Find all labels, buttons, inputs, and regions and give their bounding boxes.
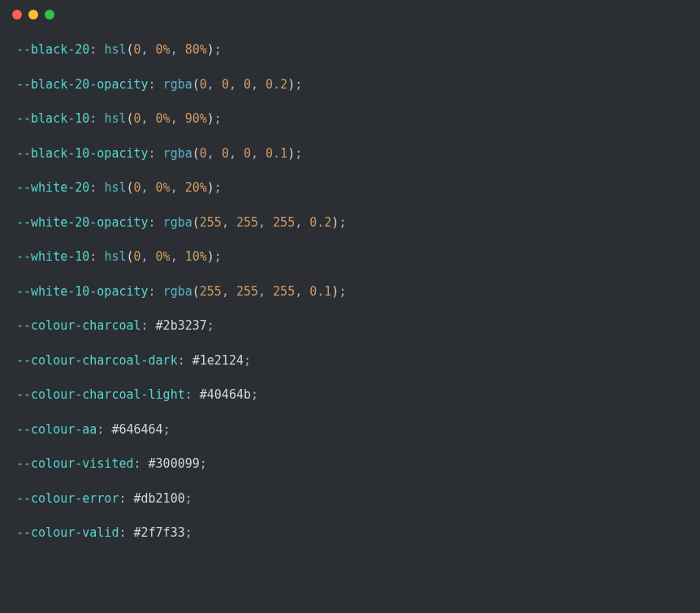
code-editor[interactable]: --black-20: hsl(0, 0%, 80%);--black-20-o… [0, 29, 700, 575]
code-line: --black-10-opacity: rgba(0, 0, 0, 0.1); [16, 145, 684, 163]
paren-close: ) [207, 111, 214, 126]
semicolon: ; [214, 111, 222, 126]
code-line: --colour-valid: #2f7f33; [16, 524, 684, 542]
css-property: --black-20-opacity [16, 77, 149, 92]
code-line: --colour-charcoal-light: #40464b; [16, 386, 684, 404]
css-args: 0, 0%, 20% [134, 180, 207, 195]
colon: : [149, 215, 163, 230]
css-function: hsl [104, 249, 126, 264]
paren-open: ( [126, 111, 133, 126]
semicolon: ; [185, 491, 192, 506]
minimize-icon[interactable] [28, 10, 38, 19]
colon: : [119, 525, 133, 540]
colon: : [89, 42, 104, 57]
paren-close: ) [207, 42, 214, 57]
semicolon: ; [214, 180, 222, 195]
code-line: --white-10-opacity: rgba(255, 255, 255, … [16, 283, 684, 301]
semicolon: ; [339, 284, 346, 299]
semicolon: ; [185, 525, 192, 540]
paren-close: ) [207, 180, 214, 195]
colon: : [141, 318, 156, 333]
colon: : [89, 111, 104, 126]
semicolon: ; [339, 215, 346, 230]
semicolon: ; [251, 387, 258, 402]
colon: : [134, 456, 149, 471]
css-hex-value: #1e2124 [192, 353, 244, 368]
semicolon: ; [214, 42, 222, 57]
css-function: hsl [104, 42, 126, 57]
paren-close: ) [287, 77, 295, 92]
css-hex-value: #646464 [111, 422, 162, 437]
css-function: rgba [163, 146, 192, 161]
css-function: hsl [104, 111, 126, 126]
css-property: --colour-charcoal-light [16, 387, 185, 402]
colon: : [89, 249, 104, 264]
close-icon[interactable] [12, 10, 22, 19]
semicolon: ; [295, 77, 302, 92]
css-args: 255, 255, 255, 0.2 [200, 215, 332, 230]
css-args: 255, 255, 255, 0.1 [200, 284, 332, 299]
colon: : [185, 387, 200, 402]
code-line: --white-10: hsl(0, 0%, 10%); [16, 248, 684, 266]
titlebar [0, 0, 700, 29]
css-args: 0, 0, 0, 0.2 [200, 77, 287, 92]
semicolon: ; [163, 422, 171, 437]
css-hex-value: #2f7f33 [134, 525, 185, 540]
paren-open: ( [126, 180, 133, 195]
code-line: --white-20-opacity: rgba(255, 255, 255, … [16, 214, 684, 232]
colon: : [178, 353, 192, 368]
css-property: --colour-visited [16, 456, 134, 471]
css-property: --colour-charcoal [16, 318, 141, 333]
paren-close: ) [287, 146, 295, 161]
css-function: hsl [104, 180, 126, 195]
css-property: --black-10-opacity [16, 146, 149, 161]
css-hex-value: #db2100 [134, 491, 185, 506]
semicolon: ; [200, 456, 207, 471]
paren-close: ) [207, 249, 214, 264]
semicolon: ; [244, 353, 251, 368]
colon: : [97, 422, 111, 437]
css-property: --black-10 [16, 111, 89, 126]
zoom-icon[interactable] [45, 10, 54, 19]
code-line: --black-10: hsl(0, 0%, 90%); [16, 110, 684, 128]
paren-open: ( [192, 77, 200, 92]
code-line: --colour-error: #db2100; [16, 490, 684, 508]
paren-open: ( [126, 42, 133, 57]
semicolon: ; [207, 318, 214, 333]
code-line: --colour-aa: #646464; [16, 421, 684, 439]
paren-open: ( [192, 284, 200, 299]
css-property: --white-10 [16, 249, 89, 264]
code-line: --colour-charcoal: #2b3237; [16, 317, 684, 335]
css-property: --white-20 [16, 180, 89, 195]
colon: : [149, 146, 163, 161]
css-args: 0, 0%, 90% [134, 111, 207, 126]
paren-open: ( [192, 146, 200, 161]
css-property: --white-20-opacity [16, 215, 149, 230]
css-args: 0, 0%, 10% [134, 249, 207, 264]
css-function: rgba [163, 215, 192, 230]
colon: : [149, 284, 163, 299]
colon: : [89, 180, 104, 195]
css-property: --black-20 [16, 42, 89, 57]
css-hex-value: #300099 [149, 456, 200, 471]
code-line: --colour-charcoal-dark: #1e2124; [16, 352, 684, 370]
semicolon: ; [214, 249, 222, 264]
css-function: rgba [163, 284, 192, 299]
paren-open: ( [126, 249, 133, 264]
css-property: --colour-charcoal-dark [16, 353, 178, 368]
css-args: 0, 0%, 80% [134, 42, 207, 57]
code-line: --black-20-opacity: rgba(0, 0, 0, 0.2); [16, 76, 684, 94]
semicolon: ; [295, 146, 302, 161]
colon: : [119, 491, 133, 506]
colon: : [149, 77, 163, 92]
css-property: --colour-error [16, 491, 119, 506]
css-function: rgba [163, 77, 192, 92]
code-window: --black-20: hsl(0, 0%, 80%);--black-20-o… [0, 0, 700, 613]
code-line: --white-20: hsl(0, 0%, 20%); [16, 179, 684, 197]
code-line: --colour-visited: #300099; [16, 455, 684, 473]
css-args: 0, 0, 0, 0.1 [200, 146, 287, 161]
paren-open: ( [192, 215, 200, 230]
css-property: --colour-aa [16, 422, 97, 437]
css-hex-value: #40464b [200, 387, 251, 402]
css-property: --colour-valid [16, 525, 119, 540]
